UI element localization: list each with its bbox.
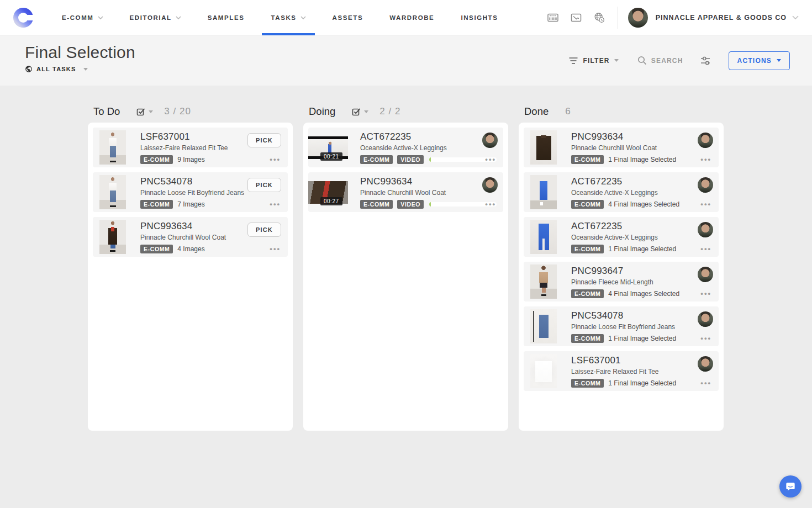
actions-button[interactable]: ACTIONS xyxy=(729,51,790,70)
divider xyxy=(618,7,618,29)
rate-chart-icon[interactable] xyxy=(570,12,582,24)
channel-badge: E-COMM xyxy=(360,200,393,209)
task-card[interactable]: PNC993634 Pinnacle Churchill Wool Coat E… xyxy=(524,128,719,167)
scope-selector[interactable]: ALL TASKS xyxy=(25,65,88,73)
user-avatar[interactable] xyxy=(628,8,648,28)
selection-status: 1 Final Image Selected xyxy=(608,335,676,342)
more-options-icon[interactable] xyxy=(700,245,711,253)
more-options-icon[interactable] xyxy=(700,289,711,298)
task-card[interactable]: LSF637001 Laissez-Faire Relaxed Fit Tee … xyxy=(524,351,719,391)
product-id: PNC993634 xyxy=(140,221,226,232)
product-thumbnail xyxy=(99,175,126,209)
product-thumbnail xyxy=(530,309,557,343)
task-card[interactable]: ACT672235 Oceanside Active-X Leggings E-… xyxy=(524,217,719,257)
selection-status: 4 Final Images Selected xyxy=(608,290,679,298)
nav-label: E-COMM xyxy=(62,14,94,21)
filter-label: FILTER xyxy=(583,57,609,65)
column-header: To Do 3 / 20 xyxy=(88,100,293,123)
more-options-icon[interactable] xyxy=(270,155,281,163)
channel-badge: E-COMM xyxy=(140,155,173,164)
column-panel: PNC993634 Pinnacle Churchill Wool Coat E… xyxy=(519,123,724,431)
tune-filters-icon[interactable] xyxy=(700,56,711,66)
search-button[interactable]: SEARCH xyxy=(637,56,683,65)
product-thumbnail xyxy=(530,175,557,209)
globe-clock-icon[interactable] xyxy=(593,12,605,24)
more-options-icon[interactable] xyxy=(270,245,281,253)
task-card[interactable]: PNC993647 Pinnacle Fleece Mid-Length E-C… xyxy=(524,262,719,301)
video-duration: 00:27 xyxy=(320,197,342,205)
column-title: Done xyxy=(524,105,549,118)
select-all-control[interactable] xyxy=(352,107,368,116)
channel-badge: E-COMM xyxy=(571,289,604,298)
filter-lines-icon xyxy=(568,57,578,65)
assignee-avatar xyxy=(698,177,713,193)
dropdown-triangle-icon xyxy=(149,110,153,113)
chat-widget-button[interactable] xyxy=(779,475,802,498)
globe-icon xyxy=(25,65,33,73)
more-options-icon[interactable] xyxy=(700,200,711,208)
chevron-down-icon xyxy=(300,16,306,20)
assignee-avatar xyxy=(698,356,713,372)
more-options-icon[interactable] xyxy=(485,200,496,208)
nav-item-editorial[interactable]: EDITORIAL xyxy=(129,0,182,35)
brand-logo[interactable] xyxy=(13,8,33,28)
nav-item-ecomm[interactable]: E-COMM xyxy=(61,0,104,35)
column-count: 3 / 20 xyxy=(164,106,191,117)
product-id: LSF637001 xyxy=(571,355,676,366)
assignee-avatar xyxy=(698,267,713,282)
more-options-icon[interactable] xyxy=(700,379,711,387)
assignee-avatar xyxy=(698,133,713,148)
more-options-icon[interactable] xyxy=(700,155,711,163)
nav-label: WARDROBE xyxy=(389,14,434,21)
task-card[interactable]: PNC534078 Pinnacle Loose Fit Boyfriend J… xyxy=(93,172,288,212)
product-name: Oceanside Active-X Leggings xyxy=(571,234,676,241)
product-thumbnail xyxy=(530,220,557,254)
dropdown-triangle-icon xyxy=(614,59,619,62)
selection-status: 1 Final Image Selected xyxy=(608,156,676,163)
pick-button[interactable]: PICK xyxy=(247,178,281,192)
nav-item-samples[interactable]: SAMPLES xyxy=(207,0,246,35)
checkbox-check-icon xyxy=(352,107,361,116)
nav-item-insights[interactable]: INSIGHTS xyxy=(460,0,499,35)
task-card[interactable]: PNC534078 Pinnacle Loose Fit Boyfriend J… xyxy=(524,306,719,346)
column-header: Doing 2 / 2 xyxy=(303,100,508,123)
actions-label: ACTIONS xyxy=(737,57,772,65)
pick-button[interactable]: PICK xyxy=(247,133,281,147)
nav-item-wardrobe[interactable]: WARDROBE xyxy=(388,0,435,35)
select-all-control[interactable] xyxy=(136,107,153,116)
dropdown-triangle-icon xyxy=(83,68,88,71)
kanban-board: To Do 3 / 20 LSF637001 Laissez-Faire Rel… xyxy=(88,100,724,431)
nav-item-tasks[interactable]: TASKS xyxy=(270,0,307,35)
more-options-icon[interactable] xyxy=(700,334,711,342)
channel-badge: E-COMM xyxy=(140,245,173,253)
nav-label: SAMPLES xyxy=(208,14,245,21)
product-id: PNC534078 xyxy=(140,176,244,187)
channel-badge: E-COMM xyxy=(140,200,173,209)
checkbox-check-icon xyxy=(136,107,145,116)
video-badge: VIDEO xyxy=(397,155,424,164)
channel-badge: E-COMM xyxy=(571,155,604,164)
task-card[interactable]: 00:21 ACT672235 Oceanside Active-X Leggi… xyxy=(308,128,503,167)
task-card[interactable]: PNC993634 Pinnacle Churchill Wool Coat E… xyxy=(93,217,288,257)
company-selector[interactable]: PINNACLE APPAREL & GOODS CO xyxy=(656,14,799,22)
nav-item-assets[interactable]: ASSETS xyxy=(331,0,365,35)
product-name: Pinnacle Churchill Wool Coat xyxy=(571,144,676,152)
nav-label: ASSETS xyxy=(333,14,363,21)
product-name: Oceanside Active-X Leggings xyxy=(360,144,497,152)
task-card[interactable]: ACT672235 Oceanside Active-X Leggings E-… xyxy=(524,172,719,212)
product-thumbnail xyxy=(99,220,126,254)
barcode-icon[interactable] xyxy=(547,12,559,24)
video-duration: 00:21 xyxy=(320,152,342,161)
more-options-icon[interactable] xyxy=(270,200,281,208)
selection-status: 1 Final Image Selected xyxy=(608,379,676,387)
filter-button[interactable]: FILTER xyxy=(568,57,618,65)
pick-button[interactable]: PICK xyxy=(247,223,281,237)
task-card[interactable]: 00:27 PNC993634 Pinnacle Churchill Wool … xyxy=(308,172,503,212)
more-options-icon[interactable] xyxy=(485,155,496,163)
task-card[interactable]: LSF637001 Laissez-Faire Relaxed Fit Tee … xyxy=(93,128,288,167)
product-name: Pinnacle Churchill Wool Coat xyxy=(360,189,497,197)
product-name: Pinnacle Loose Fit Boyfriend Jeans xyxy=(140,189,244,197)
video-thumbnail: 00:21 xyxy=(308,136,348,159)
product-name: Pinnacle Fleece Mid-Length xyxy=(571,278,679,286)
header-controls: FILTER SEARCH ACTIONS xyxy=(568,51,790,70)
